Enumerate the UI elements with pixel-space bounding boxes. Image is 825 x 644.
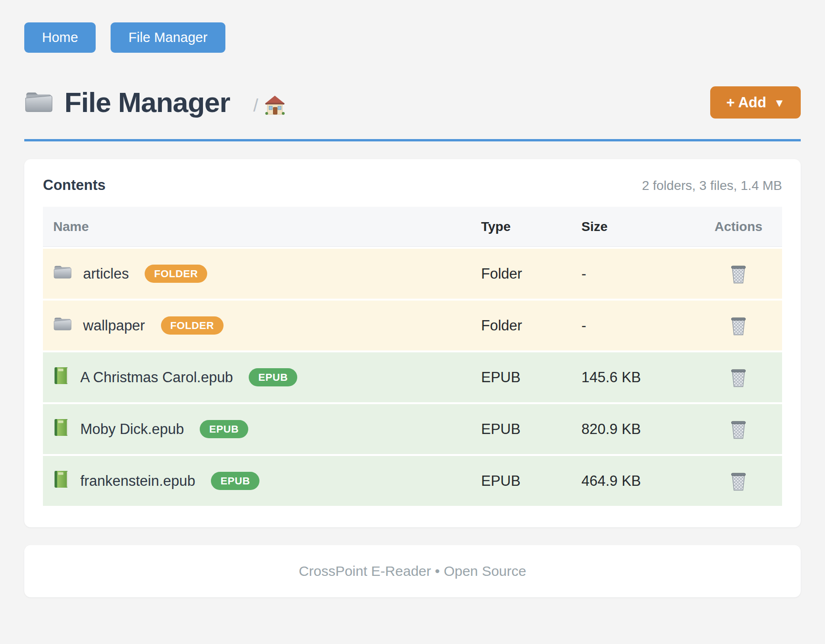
trash-icon	[730, 486, 747, 493]
epub-badge: EPUB	[200, 420, 248, 438]
delete-button[interactable]	[728, 417, 749, 441]
column-header-name: Name	[43, 219, 471, 234]
table-row: frankenstein.epub EPUB EPUB 464.9 KB	[43, 456, 782, 506]
column-header-actions: Actions	[695, 219, 782, 234]
file-name-link[interactable]: frankenstein.epub	[80, 473, 195, 490]
table-row: A Christmas Carol.epub EPUB EPUB 145.6 K…	[43, 352, 782, 402]
trash-icon	[730, 330, 747, 337]
add-button-label: + Add	[726, 95, 766, 110]
file-name-link[interactable]: wallpaper	[83, 317, 145, 334]
file-size: -	[571, 266, 695, 282]
file-type: EPUB	[471, 473, 571, 490]
footer-card: CrossPoint E-Reader • Open Source	[24, 545, 801, 597]
nav-home-button[interactable]: Home	[24, 22, 96, 53]
file-table: Name Type Size Actions articles	[43, 207, 782, 506]
file-type: EPUB	[471, 369, 571, 386]
nav-file-manager-button[interactable]: File Manager	[111, 22, 225, 53]
footer-text: CrossPoint E-Reader • Open Source	[299, 563, 526, 579]
file-name-link[interactable]: articles	[83, 266, 129, 282]
trash-icon	[730, 434, 747, 441]
contents-heading: Contents	[43, 177, 105, 194]
breadcrumb: /	[253, 95, 286, 117]
delete-button[interactable]	[728, 262, 749, 286]
contents-summary: 2 folders, 3 files, 1.4 MB	[642, 178, 782, 193]
file-type: EPUB	[471, 421, 571, 438]
file-manager-page: Home File Manager File Manager /	[0, 0, 825, 597]
file-size: 464.9 KB	[571, 473, 695, 490]
file-size: 820.9 KB	[571, 421, 695, 438]
home-icon[interactable]	[265, 95, 285, 117]
table-row: articles FOLDER Folder -	[43, 249, 782, 299]
contents-card: Contents 2 folders, 3 files, 1.4 MB Name…	[24, 159, 801, 527]
trash-icon	[730, 382, 747, 389]
file-size: -	[571, 317, 695, 334]
file-name-link[interactable]: A Christmas Carol.epub	[80, 369, 233, 386]
book-icon	[53, 418, 69, 441]
trash-icon	[730, 279, 747, 286]
column-header-size: Size	[571, 219, 695, 234]
caret-down-icon: ▼	[774, 98, 785, 109]
file-type: Folder	[471, 317, 571, 334]
page-title: File Manager	[64, 86, 230, 119]
add-button[interactable]: + Add ▼	[710, 86, 801, 119]
page-header: File Manager / + A	[24, 86, 801, 119]
folder-icon	[24, 89, 53, 116]
top-nav: Home File Manager	[24, 22, 801, 53]
delete-button[interactable]	[728, 469, 749, 493]
delete-button[interactable]	[728, 314, 749, 338]
folder-icon	[53, 315, 72, 336]
file-name-link[interactable]: Moby Dick.epub	[80, 421, 184, 438]
book-icon	[53, 366, 69, 389]
table-row: Moby Dick.epub EPUB EPUB 820.9 KB	[43, 404, 782, 454]
table-header-row: Name Type Size Actions	[43, 207, 782, 247]
delete-button[interactable]	[728, 365, 749, 390]
file-size: 145.6 KB	[571, 369, 695, 386]
column-header-type: Type	[471, 219, 571, 234]
file-type: Folder	[471, 266, 571, 282]
epub-badge: EPUB	[211, 472, 259, 490]
folder-badge: FOLDER	[145, 265, 207, 283]
folder-icon	[53, 264, 72, 284]
breadcrumb-separator: /	[253, 96, 259, 116]
epub-badge: EPUB	[249, 368, 297, 386]
folder-badge: FOLDER	[161, 316, 224, 335]
table-row: wallpaper FOLDER Folder -	[43, 301, 782, 350]
title-divider	[24, 139, 801, 141]
book-icon	[53, 470, 69, 492]
